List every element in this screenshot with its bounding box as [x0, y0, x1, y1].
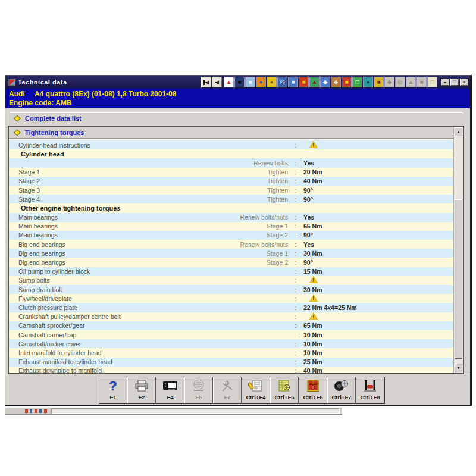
service-gauge-icon[interactable]: ●	[256, 77, 266, 87]
restore-button[interactable]: □	[450, 79, 459, 86]
table-row: Stage 4Tighten:90°	[9, 195, 453, 203]
hazard-icon-disabled: ▲	[406, 77, 416, 87]
repair-times-icon[interactable]: ■	[288, 77, 298, 87]
diamond-icon	[14, 129, 20, 136]
tools-icon-disabled: ◆	[384, 77, 394, 87]
vehicle-make: Audi	[9, 90, 33, 99]
complete-data-list-label: Complete data list	[25, 115, 82, 122]
table-row: Big end bearingsStage 2:90°	[9, 258, 453, 267]
fuse-box-icon	[305, 378, 321, 393]
warning-icon	[309, 141, 318, 148]
table-row: Camshaft/rocker cover:10 Nm	[9, 339, 453, 348]
table-row: Main bearingsStage 2:90°	[9, 231, 453, 240]
ctrl-f7-button[interactable]: Ctrl+F7	[327, 377, 356, 403]
table-row: Oil pump to cylinder block:15 Nm	[9, 267, 453, 276]
f4-button[interactable]: F4	[156, 377, 184, 403]
table-row: Main bearingsRenew bolts/nuts:Yes	[9, 213, 453, 222]
warning-icon	[309, 276, 318, 283]
table-row: Camshaft sprocket/gear:65 Nm	[9, 321, 453, 330]
table-row: Flywheel/driveplate:	[9, 294, 453, 303]
module-icon-disabled: □	[427, 77, 437, 87]
crash-repair-icon[interactable]: ■	[234, 77, 245, 87]
window-controls: – □ ×	[441, 79, 468, 86]
table-row: Stage 2Tighten:40 Nm	[9, 177, 453, 186]
app-icon	[8, 79, 15, 86]
vehicle-header: Audi A4 quattro (8Ex) (01-08) 1,8 Turbo …	[5, 89, 470, 108]
scroll-up-icon[interactable]: ▲	[455, 127, 462, 136]
diagnostics-icon[interactable]: ●	[363, 77, 373, 87]
exhaust-data-icon[interactable]: ■	[299, 77, 309, 87]
table-row: Stage 1Tighten:20 Nm	[9, 168, 453, 177]
connector-icon[interactable]: □	[352, 77, 362, 87]
diamond-icon	[14, 115, 20, 121]
lift-platform-icon[interactable]: ▲	[309, 77, 320, 87]
table-row: Camshaft carrier/cap:10 Nm	[9, 330, 453, 339]
app-window: Technical data ◀ ◀ ▲■■●●◎■■▲◆◆■□●■◆◎▲■□ …	[5, 75, 472, 406]
warning-triangle-icon[interactable]: ▲	[224, 77, 234, 87]
table-row: Sump bolts:	[9, 276, 453, 285]
print-icon	[134, 378, 149, 393]
table-row: Big end bearingsStage 1:30 Nm	[9, 249, 453, 258]
table-row: Stage 3Tighten:90°	[9, 186, 453, 195]
vertical-scrollbar[interactable]: ▲ ▼	[453, 127, 463, 373]
wheel-alignment-icon[interactable]: ◎	[277, 77, 287, 87]
engine-oil-icon[interactable]: ●	[267, 77, 277, 87]
svg-text:?: ?	[109, 378, 117, 393]
key-programming-icon[interactable]: ◆	[320, 77, 330, 87]
table-row: Sump drain bolt:30 Nm	[9, 285, 453, 294]
function-key-bar: ?F1F2F4F6F7Ctrl+F4Ctrl+F5Ctrl+F6Ctrl+F7C…	[5, 375, 470, 405]
table-row: Renew bolts:Yes	[9, 158, 453, 167]
ctrl-f6-button[interactable]: Ctrl+F6	[299, 377, 327, 403]
f1-button[interactable]: ?F1	[99, 377, 127, 403]
minimize-button[interactable]: –	[441, 79, 449, 86]
table-row: Inlet manifold to cylinder head:10 Nm	[9, 348, 453, 357]
scroll-down-icon[interactable]: ▼	[455, 364, 462, 372]
measuring-tool-icon	[220, 378, 235, 393]
battery-icon[interactable]: ■	[342, 77, 352, 87]
paint-data-icon[interactable]: ■	[245, 77, 255, 87]
nav-first-icon[interactable]: ◀	[201, 77, 211, 87]
tightening-torques-panel: Tightening torques Cylinder head instruc…	[8, 126, 464, 374]
section-row: Cylinder head	[9, 149, 453, 158]
help-icon: ?	[105, 378, 121, 393]
taskbar-icons	[25, 409, 48, 413]
scrollbar-thumb[interactable]	[455, 199, 462, 359]
vehicle-model: A4 quattro (8Ex) (01-08) 1,8 Turbo 2001-…	[35, 90, 177, 98]
tightening-torques-label: Tightening torques	[25, 129, 84, 136]
section-row: Other engine tightening torques	[9, 203, 453, 212]
table-row: Exhaust manifold to cylinder head:25 Nm	[9, 358, 453, 367]
lift-icon	[362, 378, 378, 393]
engine-code-line: Engine code: AMB	[9, 99, 470, 108]
notes-icon	[248, 378, 264, 393]
tightening-torques-header[interactable]: Tightening torques	[9, 127, 453, 139]
titlebar-toolbar: ◀ ◀ ▲■■●●◎■■▲◆◆■□●■◆◎▲■□ – □ ×	[201, 77, 468, 87]
taskbar-inset	[51, 408, 340, 414]
nav-back-icon[interactable]: ◀	[212, 77, 222, 87]
stamp-icon	[191, 378, 206, 393]
ctrl-f8-button[interactable]: Ctrl+F8	[356, 377, 384, 403]
title-bar: Technical data ◀ ◀ ▲■■●●◎■■▲◆◆■□●■◆◎▲■□ …	[5, 76, 470, 89]
table-row: Main bearingsStage 1:65 Nm	[9, 222, 453, 231]
control-unit-icon	[162, 378, 178, 393]
wheel-data-icon	[333, 378, 350, 393]
f2-button[interactable]: F2	[127, 377, 156, 403]
close-button[interactable]: ×	[460, 79, 468, 86]
function-bar: ?F1F2F4F6F7Ctrl+F4Ctrl+F5Ctrl+F6Ctrl+F7C…	[99, 377, 384, 403]
titlebar-icon-strip: ▲■■●●◎■■▲◆◆■□●■◆◎▲■□	[224, 77, 437, 87]
torque-table: Cylinder head instructions:Cylinder head…	[9, 139, 453, 373]
table-row: Crankshaft pulley/damper centre bolt:	[9, 312, 453, 321]
wrench-icon[interactable]: ◆	[331, 77, 341, 87]
ctrl-f5-button[interactable]: Ctrl+F5	[270, 377, 299, 403]
ctrl-f4-button[interactable]: Ctrl+F4	[242, 377, 270, 403]
towing-icon[interactable]: ■	[374, 77, 384, 87]
f7-button: F7	[213, 377, 242, 403]
table-row: Big end bearingsRenew bolts/nuts:Yes	[9, 240, 453, 249]
vehicle-title: Audi A4 quattro (8Ex) (01-08) 1,8 Turbo …	[9, 90, 470, 99]
complete-data-list-row[interactable]: Complete data list	[9, 112, 463, 124]
main-content: Complete data list Tightening torques Cy…	[5, 108, 470, 375]
window-title: Technical data	[18, 79, 201, 86]
parts-list-icon	[277, 378, 292, 393]
table-row: Exhaust downpipe to manifold:40 Nm	[9, 367, 453, 373]
table-row: Clutch pressure plate:22 Nm 4x4=25 Nm	[9, 303, 453, 312]
warning-icon	[309, 295, 318, 302]
